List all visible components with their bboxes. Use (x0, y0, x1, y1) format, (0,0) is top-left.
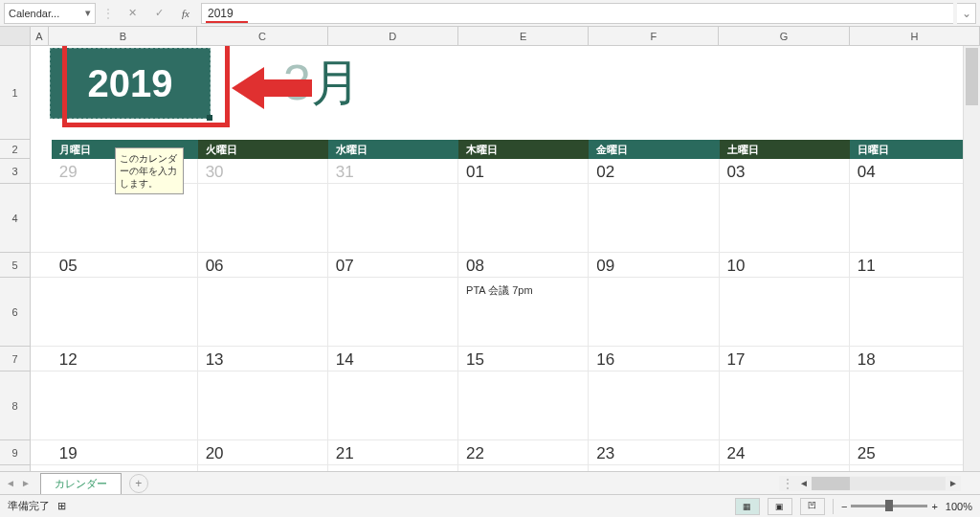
date-number: 02 (596, 163, 710, 182)
event-cell[interactable] (198, 184, 328, 252)
date-cell[interactable]: 30 (198, 159, 328, 183)
date-cell[interactable]: 14 (328, 347, 458, 371)
event-cell[interactable] (720, 278, 850, 346)
year-cell[interactable]: 2019 (50, 48, 211, 119)
event-cell[interactable] (850, 278, 980, 346)
date-cell[interactable]: 04 (850, 159, 980, 183)
date-cell[interactable]: 12 (52, 347, 198, 371)
event-cell[interactable] (52, 278, 198, 346)
event-cell[interactable] (198, 372, 328, 439)
tab-next-icon[interactable]: ► (19, 476, 33, 490)
horizontal-scrollbar[interactable]: ⋮ ◄ ► (779, 476, 961, 491)
scroll-left-icon[interactable]: ◄ (796, 478, 812, 488)
date-cell[interactable]: 24 (720, 440, 850, 464)
cancel-icon[interactable]: ✕ (121, 3, 144, 24)
row-header[interactable]: 4 (0, 184, 30, 253)
date-cell[interactable]: 20 (198, 440, 328, 464)
zoom-in-icon[interactable]: + (931, 501, 937, 512)
event-cell[interactable] (198, 278, 328, 346)
col-header-a[interactable]: A (31, 27, 50, 45)
row-header[interactable]: 7 (0, 347, 30, 372)
name-box-text: Calendar... (9, 8, 59, 19)
zoom-track[interactable] (851, 505, 927, 507)
date-cell[interactable]: 05 (52, 253, 198, 277)
date-cell[interactable]: 06 (198, 253, 328, 277)
col-header-d[interactable]: D (328, 27, 458, 45)
col-header-f[interactable]: F (589, 27, 719, 45)
date-cell[interactable]: 31 (328, 159, 458, 183)
row-header[interactable]: 6 (0, 278, 30, 347)
row-header[interactable]: 1 (0, 46, 30, 140)
expand-formula-icon[interactable]: ⌄ (957, 3, 976, 24)
zoom-thumb[interactable] (885, 500, 893, 511)
date-cell[interactable]: 07 (328, 253, 458, 277)
macro-record-icon[interactable]: ⊞ (57, 500, 73, 513)
zoom-slider[interactable]: − + (841, 501, 938, 512)
date-cell[interactable]: 10 (720, 253, 850, 277)
date-cell[interactable]: 03 (720, 159, 850, 183)
input-message-tooltip: このカレンダーの年を入力します。 (115, 147, 184, 194)
zoom-out-icon[interactable]: − (841, 501, 847, 512)
date-number: 18 (858, 350, 971, 370)
row-header[interactable]: 8 (0, 372, 30, 440)
page-layout-view-button[interactable]: ▣ (768, 498, 792, 515)
event-cell[interactable] (458, 184, 589, 252)
event-cell[interactable] (328, 372, 458, 439)
event-cell[interactable] (720, 372, 850, 439)
grid[interactable]: 2019 3月 月曜日 火曜日 水曜日 木曜日 金曜日 土曜日 日曜日 2930… (31, 46, 980, 471)
event-cell[interactable] (850, 372, 980, 439)
event-cell[interactable] (850, 184, 980, 252)
fx-icon[interactable]: fx (174, 3, 197, 24)
event-cell[interactable] (589, 372, 719, 439)
date-cell[interactable]: 16 (589, 347, 719, 371)
date-cell[interactable]: 19 (52, 440, 198, 464)
fill-handle[interactable] (207, 115, 212, 121)
select-all-corner[interactable] (0, 27, 31, 45)
name-box[interactable]: Calendar... ▾ (4, 3, 96, 24)
zoom-level[interactable]: 100% (946, 501, 972, 512)
event-cell[interactable] (589, 278, 719, 346)
date-cell[interactable]: 22 (458, 440, 589, 464)
tab-prev-icon[interactable]: ◄ (4, 476, 17, 490)
formula-input[interactable]: 2019 (201, 3, 953, 24)
date-cell[interactable]: 02 (589, 159, 719, 183)
date-cell[interactable]: 08 (458, 253, 589, 277)
event-cell[interactable] (52, 372, 198, 439)
page-break-view-button[interactable]: 凹 (800, 498, 825, 515)
date-cell[interactable]: 25 (850, 440, 980, 464)
scrollbar-thumb[interactable] (966, 48, 978, 105)
date-cell[interactable]: 11 (850, 253, 980, 277)
date-cell[interactable]: 13 (198, 347, 328, 371)
col-header-c[interactable]: C (197, 27, 327, 45)
scroll-thumb[interactable] (812, 477, 850, 490)
date-cell[interactable]: 21 (328, 440, 458, 464)
row-header[interactable]: 3 (0, 159, 30, 184)
col-header-b[interactable]: B (49, 27, 197, 45)
sheet-tab[interactable]: カレンダー (40, 473, 122, 494)
scroll-right-icon[interactable]: ► (946, 478, 961, 488)
date-cell[interactable]: 17 (720, 347, 850, 371)
normal-view-button[interactable]: ▦ (735, 498, 760, 515)
row-header[interactable]: 5 (0, 253, 30, 278)
date-cell[interactable]: 01 (458, 159, 589, 183)
check-icon[interactable]: ✓ (147, 3, 170, 24)
row-header[interactable]: 9 (0, 440, 30, 465)
chevron-down-icon[interactable]: ▾ (85, 7, 91, 19)
date-cell[interactable]: 23 (589, 440, 719, 464)
event-cell[interactable] (328, 278, 458, 346)
date-cell[interactable]: 15 (458, 347, 589, 371)
event-cell[interactable]: PTA 会議 7pm (458, 278, 589, 346)
event-cell[interactable] (589, 184, 719, 252)
col-header-g[interactable]: G (719, 27, 849, 45)
date-cell[interactable]: 18 (850, 347, 980, 371)
col-header-e[interactable]: E (458, 27, 589, 45)
event-cell[interactable] (720, 184, 850, 252)
event-cell[interactable] (458, 372, 589, 439)
vertical-scrollbar[interactable] (963, 46, 980, 471)
col-header-h[interactable]: H (850, 27, 980, 45)
scroll-track[interactable] (812, 477, 946, 490)
row-header[interactable]: 2 (0, 140, 30, 159)
add-sheet-button[interactable]: + (129, 474, 148, 493)
event-cell[interactable] (328, 184, 458, 252)
date-cell[interactable]: 09 (589, 253, 719, 277)
